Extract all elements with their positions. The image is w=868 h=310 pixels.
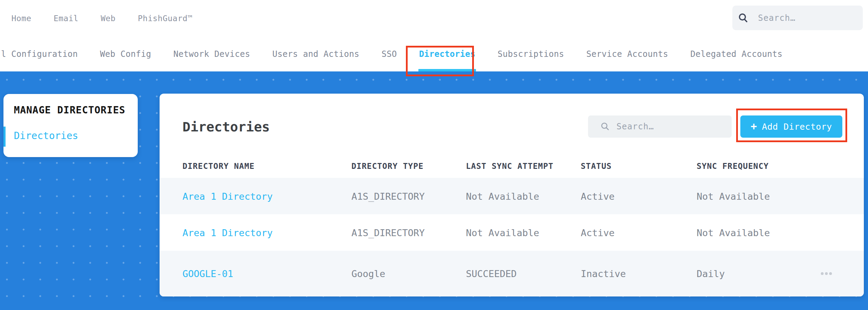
global-search-input[interactable] [757,13,841,23]
plus-icon: + [751,121,757,131]
active-tab-underline [418,69,476,71]
table-header-row: DIRECTORY NAME DIRECTORY TYPE LAST SYNC … [160,162,864,175]
last-sync-cell: Not Available [466,227,539,238]
table-row: GOOGLE-01 Google SUCCEEDED Inactive Dail… [160,251,864,296]
secondary-nav-tabs: l Configuration Web Config Network Devic… [1,37,783,71]
primary-nav: Home Email Web PhishGuard™ [11,0,193,37]
page-background: MANAGE DIRECTORIES Directories Directori… [0,71,868,310]
directory-name-link[interactable]: Area 1 Directory [182,227,273,238]
sync-frequency-cell: Not Available [697,191,770,201]
column-header-status: STATUS [581,162,612,171]
status-cell: Active [581,191,615,201]
directory-name-link[interactable]: Area 1 Directory [182,191,273,201]
global-search-box[interactable] [732,6,863,30]
directory-type-cell: A1S_DIRECTORY [351,227,425,238]
search-icon [601,122,610,131]
last-sync-cell: Not Available [466,191,539,201]
add-directory-label: Add Directory [762,122,832,132]
directories-panel: Directories + Add Directory DIRECTORY NA… [160,94,864,296]
card-heading: MANAGE DIRECTORIES [14,104,125,116]
directory-name-link[interactable]: GOOGLE-01 [182,268,233,279]
tab-service-accounts[interactable]: Service Accounts [586,37,668,71]
nav-item-phishguard[interactable]: PhishGuard™ [138,14,193,23]
directories-search-box[interactable] [588,115,732,138]
table-row: Area 1 Directory A1S_DIRECTORY Not Avail… [160,214,864,251]
column-header-directory-name: DIRECTORY NAME [182,162,255,171]
tab-directories[interactable]: Directories [419,37,475,71]
table-row: Area 1 Directory A1S_DIRECTORY Not Avail… [160,178,864,214]
tab-subscriptions[interactable]: Subscriptions [497,37,564,71]
sidebar-item-directories[interactable]: Directories [14,130,78,141]
search-icon [738,13,748,23]
directory-type-cell: Google [351,268,385,279]
directory-type-cell: A1S_DIRECTORY [351,191,425,201]
top-header: Home Email Web PhishGuard™ l Configurati… [0,0,868,71]
sync-frequency-cell: Daily [697,268,725,279]
tab-email-configuration[interactable]: l Configuration [1,37,78,71]
tab-web-config[interactable]: Web Config [100,37,151,71]
page-title: Directories [182,119,270,135]
last-sync-cell: SUCCEEDED [466,268,517,279]
tab-delegated-accounts[interactable]: Delegated Accounts [690,37,783,71]
status-cell: Active [581,227,615,238]
app-screen: Home Email Web PhishGuard™ l Configurati… [0,0,868,310]
tab-users-and-actions[interactable]: Users and Actions [272,37,359,71]
active-item-indicator [3,127,6,147]
ellipsis-icon[interactable] [819,269,833,278]
status-cell: Inactive [581,268,626,279]
directories-search-input[interactable] [616,121,706,132]
nav-item-web[interactable]: Web [101,14,116,23]
manage-directories-card: MANAGE DIRECTORIES Directories [3,94,138,157]
tab-network-devices[interactable]: Network Devices [173,37,250,71]
nav-item-home[interactable]: Home [11,14,31,23]
nav-item-email[interactable]: Email [53,14,78,23]
column-header-directory-type: DIRECTORY TYPE [351,162,424,171]
sync-frequency-cell: Not Available [697,227,770,238]
add-directory-button[interactable]: + Add Directory [740,115,842,138]
tab-sso[interactable]: SSO [382,37,397,71]
column-header-sync-frequency: SYNC FREQUENCY [697,162,769,171]
column-header-last-sync-attempt: LAST SYNC ATTEMPT [466,162,553,171]
